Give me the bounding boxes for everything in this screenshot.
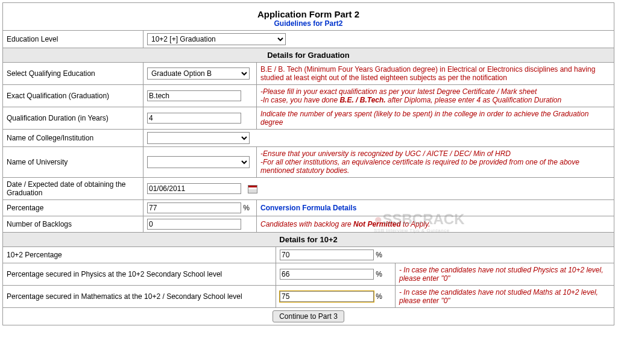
physics-percentage-label: Percentage secured in Physics at the 10+… (3, 263, 276, 285)
physics-hint: - In case the candidates have not studie… (396, 263, 614, 285)
percentage-input[interactable] (147, 202, 241, 213)
maths-percentage-suffix: % (376, 292, 382, 301)
percentage-label: Percentage (3, 200, 143, 216)
tenplus2-percentage-label: 10+2 Percentage (3, 247, 276, 263)
guidelines-link[interactable]: Guidelines for Part2 (274, 19, 342, 28)
maths-percentage-input[interactable] (280, 291, 374, 302)
qualification-duration-hint: Indicate the number of years spent (like… (257, 107, 614, 130)
qualifying-education-select[interactable]: Graduate Option B (147, 67, 250, 80)
graduation-date-label: Date / Expected date of obtaining the Gr… (3, 178, 143, 200)
education-level-select[interactable]: 10+2 [+] Graduation (147, 33, 286, 45)
maths-hint: - In case the candidates have not studie… (396, 286, 614, 307)
qualification-duration-input[interactable] (147, 113, 241, 124)
exact-qualification-input[interactable] (147, 90, 241, 101)
backlogs-hint: Candidates with backlog are Not Permitte… (257, 216, 614, 233)
backlogs-label: Number of Backlogs (3, 216, 143, 233)
college-select[interactable] (147, 132, 250, 144)
qualifying-education-hint: B.E / B. Tech (Minimum Four Years Gradua… (257, 63, 614, 85)
maths-percentage-label: Percentage secured in Mathematics at the… (3, 286, 276, 307)
university-hint: -Ensure that your university is recogniz… (257, 147, 614, 178)
backlogs-input[interactable] (147, 219, 241, 230)
exact-qualification-hint: -Please fill in your exact qualification… (257, 85, 614, 107)
tenplus2-percentage-input[interactable] (280, 249, 374, 260)
university-label: Name of University (3, 147, 143, 178)
tenplus2-section-header: Details for 10+2 (3, 233, 614, 247)
exact-qualification-label: Exact Qualification (Graduation) (3, 85, 143, 107)
physics-percentage-input[interactable] (280, 269, 374, 280)
university-select[interactable] (147, 156, 250, 168)
college-label: Name of College/Institution (3, 130, 143, 147)
page-title: Application Form Part 2 (7, 5, 610, 19)
physics-percentage-suffix: % (376, 270, 382, 278)
graduation-section-header: Details for Graduation (3, 48, 614, 63)
percentage-suffix: % (243, 204, 250, 212)
conversion-formula-link[interactable]: Conversion Formula Details (260, 204, 356, 212)
tenplus2-percentage-suffix: % (376, 251, 382, 259)
continue-button[interactable]: Continue to Part 3 (273, 310, 344, 322)
qualifying-education-label: Select Qualifying Education (3, 63, 143, 85)
graduation-date-input[interactable] (147, 183, 241, 194)
calendar-icon[interactable] (248, 185, 257, 193)
qualification-duration-label: Qualification Duration (in Years) (3, 107, 143, 130)
education-level-label: Education Level (3, 31, 143, 48)
